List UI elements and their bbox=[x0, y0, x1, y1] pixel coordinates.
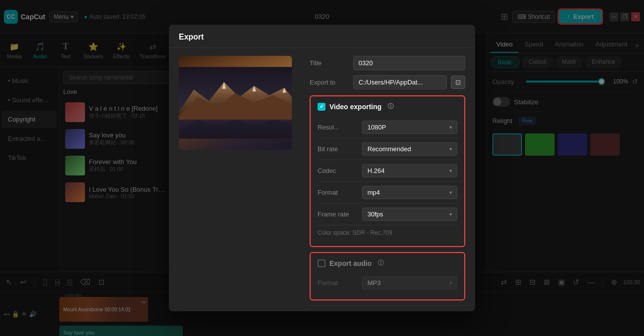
audio-check[interactable] bbox=[318, 259, 325, 267]
video-export-section: ✓ Video exporting ⓘ Resol... 1080P ▾ bbox=[310, 95, 465, 247]
codec-arrow: ▾ bbox=[449, 168, 452, 173]
framerate-label: Frame rate bbox=[318, 210, 362, 218]
bitrate-label: Bit rate bbox=[318, 145, 362, 153]
audio-export-section: Export audio ⓘ Format MP3 ▾ bbox=[310, 252, 465, 300]
framerate-row: Frame rate 30fps ▾ bbox=[318, 204, 457, 225]
bitrate-select[interactable]: Recommended ▾ bbox=[362, 142, 457, 156]
title-label: Title bbox=[310, 59, 349, 67]
audio-format-select[interactable]: MP3 ▾ bbox=[362, 276, 457, 290]
svg-marker-7 bbox=[179, 120, 292, 131]
framerate-arrow: ▾ bbox=[449, 211, 452, 217]
codec-row: Codec H.264 ▾ bbox=[318, 160, 457, 182]
audio-section-header: Export audio ⓘ bbox=[318, 259, 457, 267]
dialog-title: Export bbox=[169, 25, 475, 48]
title-input[interactable] bbox=[353, 56, 465, 70]
color-space-row: Color space: SDR - Rec.709 bbox=[318, 225, 457, 240]
dialog-fields: Title Export to ⊡ ✓ Video exporting bbox=[310, 56, 465, 311]
resolution-select[interactable]: 1080P ▾ bbox=[362, 121, 457, 134]
copyright-row: Run a copyright check i bbox=[310, 305, 465, 311]
bitrate-arrow: ▾ bbox=[449, 146, 452, 152]
export-dialog: Export bbox=[169, 25, 475, 311]
info-icon-audio: ⓘ bbox=[378, 259, 384, 267]
format-row: Format mp4 ▾ bbox=[318, 182, 457, 204]
resolution-arrow: ▾ bbox=[449, 125, 452, 130]
export-to-label: Export to bbox=[310, 79, 349, 86]
format-select[interactable]: mp4 ▾ bbox=[362, 186, 457, 199]
export-to-row: Export to ⊡ bbox=[310, 75, 465, 89]
codec-select[interactable]: H.264 ▾ bbox=[362, 164, 457, 177]
format-label: Format bbox=[318, 189, 362, 196]
video-section-header: ✓ Video exporting ⓘ bbox=[318, 102, 457, 111]
resolution-label: Resol... bbox=[318, 124, 362, 131]
info-icon-video: ⓘ bbox=[388, 102, 394, 111]
export-dialog-overlay: Export bbox=[0, 0, 644, 336]
video-section-title: Video exporting bbox=[329, 103, 382, 111]
title-field-row: Title bbox=[310, 56, 465, 70]
resolution-row: Resol... 1080P ▾ bbox=[318, 117, 457, 138]
bitrate-row: Bit rate Recommended ▾ bbox=[318, 138, 457, 160]
preview-svg bbox=[179, 56, 292, 150]
framerate-select[interactable]: 30fps ▾ bbox=[362, 208, 457, 221]
audio-section-title: Export audio bbox=[329, 259, 372, 267]
export-path-input[interactable] bbox=[353, 75, 447, 89]
format-arrow: ▾ bbox=[449, 190, 452, 195]
video-check[interactable]: ✓ bbox=[318, 103, 325, 111]
audio-format-arrow: ▾ bbox=[449, 280, 452, 286]
browse-button[interactable]: ⊡ bbox=[451, 76, 465, 89]
codec-label: Codec bbox=[318, 167, 362, 174]
dialog-preview bbox=[179, 56, 292, 150]
audio-format-row: Format MP3 ▾ bbox=[318, 272, 457, 294]
audio-format-label: Format bbox=[318, 279, 362, 287]
color-space-text: Color space: SDR - Rec.709 bbox=[318, 229, 392, 236]
dialog-body: Title Export to ⊡ ✓ Video exporting bbox=[169, 48, 475, 311]
dialog-columns: Title Export to ⊡ ✓ Video exporting bbox=[179, 56, 465, 311]
